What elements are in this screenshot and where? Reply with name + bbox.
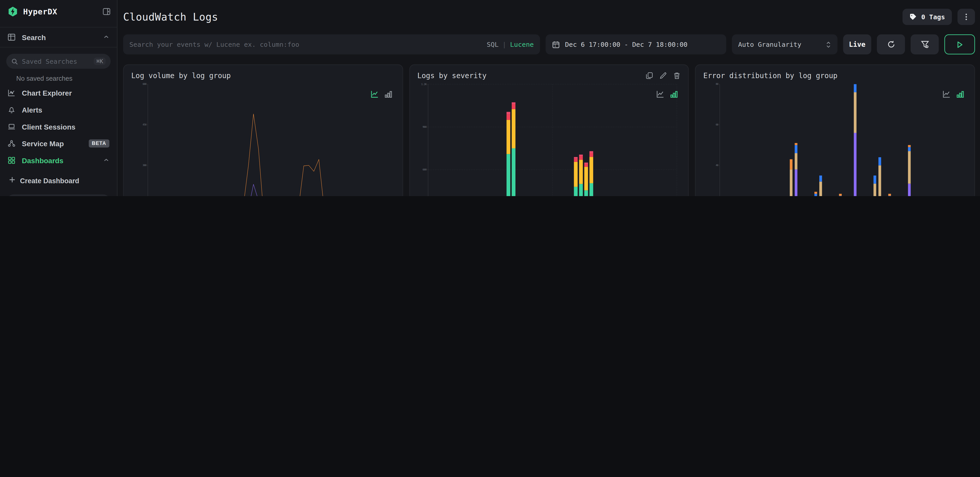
main-content: CloudWatch Logs 0 Tags Search your event… <box>118 0 980 196</box>
query-language-toggle: SQL | Lucene <box>487 41 534 48</box>
sidebar-item-label: Service Map <box>22 140 83 147</box>
create-dashboard-button[interactable]: Create Dashboard <box>0 172 117 188</box>
tags-button[interactable]: 0 Tags <box>903 9 952 25</box>
event-search-input[interactable]: Search your events w/ Lucene ex. column:… <box>123 35 540 54</box>
hyperdx-logo-icon <box>8 6 18 17</box>
shortcut-badge: ⌘K <box>94 57 106 65</box>
chevron-up-icon <box>103 156 109 164</box>
beta-badge: BETA <box>89 139 110 148</box>
sidebar-collapse-button[interactable] <box>103 8 111 16</box>
sidebar-item-search[interactable]: Search <box>0 27 117 48</box>
granularity-value: Auto Granularity <box>738 41 826 48</box>
sidebar-item-alerts[interactable]: Alerts <box>0 101 117 118</box>
line-chart-toggle-icon[interactable] <box>656 90 665 98</box>
no-saved-searches-text: No saved searches <box>0 69 117 84</box>
chart-title: Error distribution by log group <box>703 71 967 80</box>
sql-toggle[interactable]: SQL <box>487 41 498 48</box>
live-button[interactable]: Live <box>843 35 871 54</box>
sidebar-item-chart-explorer[interactable]: Chart Explorer <box>0 84 117 101</box>
chart-title: Log volume by log group <box>131 71 395 80</box>
svg-text:40: 40 <box>716 164 719 167</box>
tags-label: 0 Tags <box>921 13 945 21</box>
svg-text:900: 900 <box>422 126 426 128</box>
chart-canvas-error-distribution[interactable]: 020406080Dec 6 5:00:00 PM3:30:00 AM5:30:… <box>700 83 970 196</box>
line-chart-toggle-icon[interactable] <box>942 90 951 98</box>
vertical-dots-icon <box>963 13 970 21</box>
saved-searches-placeholder: Saved Searches <box>22 57 90 65</box>
run-query-button[interactable] <box>944 35 975 54</box>
brand-name: HyperDX <box>23 7 97 16</box>
divider: | <box>502 41 506 48</box>
sidebar-item-label: Client Sessions <box>22 123 109 130</box>
svg-text:450: 450 <box>143 123 146 126</box>
calendar-icon: 1 <box>552 40 560 49</box>
duplicate-icon[interactable] <box>646 72 653 80</box>
sidebar-item-label: Search <box>22 33 97 41</box>
play-icon <box>956 40 964 49</box>
create-dashboard-label: Create Dashboard <box>20 176 79 184</box>
chart-card-logs-by-severity: Logs by severity 03006009001.2KDec 6 5:0… <box>409 65 689 196</box>
sidebar-item-label: Dashboards <box>22 156 97 164</box>
chart-explorer-icon <box>8 89 16 97</box>
svg-text:80: 80 <box>716 83 719 85</box>
sidebar-item-label: Chart Explorer <box>22 89 109 97</box>
bell-icon <box>8 106 16 114</box>
sidebar-item-client-sessions[interactable]: Client Sessions <box>0 118 117 135</box>
sidebar-item-dashboards[interactable]: Dashboards <box>0 152 117 169</box>
search-icon <box>11 58 18 65</box>
saved-dashboards-input[interactable]: Saved Dashboards ⌘K <box>6 194 111 196</box>
svg-text:300: 300 <box>143 164 146 167</box>
search-page-icon <box>8 33 16 41</box>
delete-icon[interactable] <box>673 72 681 80</box>
svg-text:600: 600 <box>143 83 146 85</box>
chart-card-error-distribution: Error distribution by log group 02040608… <box>695 65 975 196</box>
bar-chart-toggle-icon[interactable] <box>670 90 678 98</box>
sidebar-item-service-map[interactable]: Service Map BETA <box>0 135 117 152</box>
chart-canvas-log-volume[interactable]: 0150300450600Dec 6 5:00:00 PM3:30:00 AM5… <box>127 83 398 196</box>
svg-text:1.2K: 1.2K <box>421 83 426 86</box>
granularity-select[interactable]: Auto Granularity <box>732 35 838 54</box>
svg-text:1: 1 <box>554 44 556 47</box>
saved-searches-input[interactable]: Saved Searches ⌘K <box>6 54 111 68</box>
chart-title: Logs by severity <box>417 71 646 80</box>
brand-row: HyperDX <box>0 0 117 22</box>
bar-chart-toggle-icon[interactable] <box>956 90 964 98</box>
sidebar: HyperDX Search Saved Searches ⌘K No save… <box>0 0 118 196</box>
tag-icon <box>909 13 917 21</box>
sidebar-item-label: Alerts <box>22 106 109 113</box>
plus-icon <box>9 176 16 184</box>
svg-text:60: 60 <box>716 123 719 126</box>
page-menu-button[interactable] <box>958 9 975 25</box>
refresh-icon <box>887 40 896 49</box>
filter-icon <box>920 40 929 49</box>
time-range-picker[interactable]: 1 Dec 6 17:00:00 - Dec 7 18:00:00 <box>546 35 726 54</box>
lucene-toggle[interactable]: Lucene <box>510 41 534 48</box>
chart-canvas-logs-by-severity[interactable]: 03006009001.2KDec 6 5:00:00 PM3:30:00 AM… <box>414 83 685 196</box>
chevron-up-icon <box>103 33 109 41</box>
dashboards-icon <box>8 156 16 164</box>
line-chart-toggle-icon[interactable] <box>371 90 379 98</box>
laptop-icon <box>8 122 16 131</box>
svg-text:600: 600 <box>422 169 426 171</box>
time-range-value: Dec 6 17:00:00 - Dec 7 18:00:00 <box>565 41 687 48</box>
page-title: CloudWatch Logs <box>123 11 218 23</box>
filter-button[interactable] <box>911 35 939 54</box>
event-search-placeholder: Search your events w/ Lucene ex. column:… <box>129 41 482 48</box>
edit-icon[interactable] <box>660 72 667 80</box>
bar-chart-toggle-icon[interactable] <box>384 90 392 98</box>
service-map-icon <box>8 139 16 148</box>
chart-card-log-volume: Log volume by log group 0150300450600Dec… <box>123 65 403 196</box>
select-chevrons-icon <box>826 40 831 49</box>
app-window: HyperDX Search Saved Searches ⌘K No save… <box>0 0 980 196</box>
refresh-button[interactable] <box>877 35 905 54</box>
